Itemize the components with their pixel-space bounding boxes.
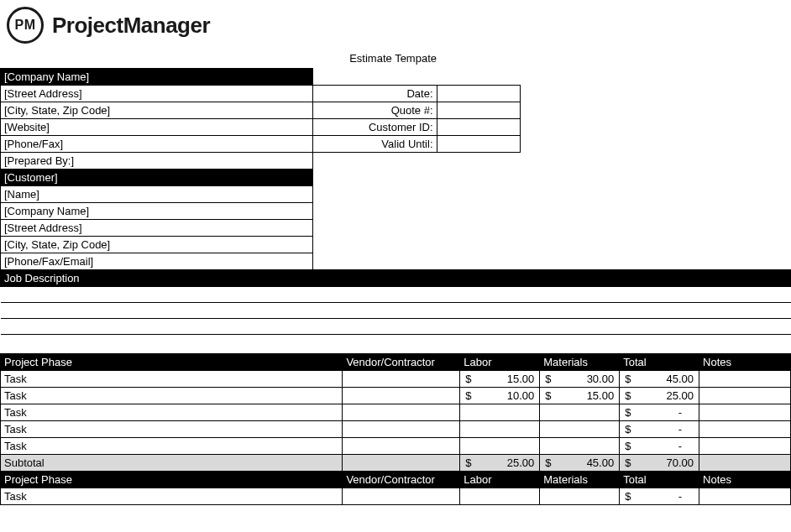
task-cell[interactable]: Task: [1, 404, 343, 420]
company-header-row: [Company Name]: [1, 69, 791, 86]
col-total: Total: [620, 471, 699, 488]
materials-cell[interactable]: [540, 437, 620, 454]
meta-validuntil-label: Valid Until:: [312, 136, 437, 153]
customer-csz-row: [City, State, Zip Code]: [1, 237, 791, 253]
jobdesc-cell[interactable]: [1, 319, 791, 335]
company-phone-cell[interactable]: [Phone/Fax]: [1, 136, 313, 153]
meta-quote-value[interactable]: [437, 102, 521, 119]
notes-cell[interactable]: [699, 420, 791, 437]
logo-abbr: PM: [15, 18, 36, 33]
subtotal-labor: $25.00: [460, 454, 540, 471]
customer-header-row: [Customer]: [1, 170, 791, 186]
col-materials: Materials: [540, 471, 620, 488]
labor-cell[interactable]: $15.00: [460, 370, 540, 387]
notes-cell[interactable]: [699, 437, 791, 454]
lineitem-table: Project Phase Vendor/Contractor Labor Ma…: [0, 353, 791, 505]
jobdesc-line-2: [1, 303, 791, 319]
meta-customerid-label: Customer ID:: [312, 119, 437, 136]
customer-header-cell: [Customer]: [1, 170, 313, 186]
estimate-table: [Company Name] [Street Address] Date: [C…: [0, 68, 791, 353]
company-header-cell: [Company Name]: [1, 69, 313, 86]
total-cell[interactable]: $-: [620, 420, 699, 437]
customer-street-cell[interactable]: [Street Address]: [1, 220, 313, 237]
labor-cell[interactable]: [460, 404, 540, 420]
meta-customerid-value[interactable]: [437, 119, 521, 136]
company-phone-row: [Phone/Fax] Valid Until:: [1, 136, 791, 153]
vendor-cell[interactable]: [343, 370, 460, 387]
subtotal-row: Subtotal $25.00 $45.00 $70.00: [1, 454, 791, 471]
notes-cell[interactable]: [699, 387, 791, 404]
customer-name-row: [Name]: [1, 186, 791, 203]
materials-cell[interactable]: $30.00: [540, 370, 620, 387]
jobdesc-cell[interactable]: [1, 287, 791, 303]
task-cell[interactable]: Task: [1, 420, 343, 437]
phase-header-row: Project Phase Vendor/Contractor Labor Ma…: [1, 353, 791, 370]
materials-cell[interactable]: [540, 488, 620, 504]
customer-company-row: [Company Name]: [1, 203, 791, 220]
customer-contact-cell[interactable]: [Phone/Fax/Email]: [1, 253, 313, 270]
table-row: Task $-: [1, 488, 791, 504]
total-cell[interactable]: $-: [620, 404, 699, 420]
customer-company-cell[interactable]: [Company Name]: [1, 203, 313, 220]
notes-cell[interactable]: [699, 404, 791, 420]
vendor-cell[interactable]: [343, 437, 460, 454]
vendor-cell[interactable]: [343, 420, 460, 437]
subtotal-notes: [699, 454, 791, 471]
task-cell[interactable]: Task: [1, 488, 343, 504]
jobdesc-line-3: [1, 319, 791, 335]
materials-cell[interactable]: [540, 420, 620, 437]
table-row: Task $-: [1, 437, 791, 454]
vendor-cell[interactable]: [343, 488, 460, 504]
company-preparedby-cell[interactable]: [Prepared By:]: [1, 153, 313, 170]
labor-cell[interactable]: [460, 420, 540, 437]
labor-cell[interactable]: [460, 488, 540, 504]
customer-name-cell[interactable]: [Name]: [1, 186, 313, 203]
total-cell[interactable]: $-: [620, 437, 699, 454]
doc-title: Estimate Tempate: [0, 47, 437, 68]
company-street-cell[interactable]: [Street Address]: [1, 86, 313, 102]
labor-cell[interactable]: $10.00: [460, 387, 540, 404]
total-cell[interactable]: $45.00: [620, 370, 699, 387]
materials-cell[interactable]: [540, 404, 620, 420]
jobdesc-header-row: Job Description: [1, 270, 791, 287]
col-labor: Labor: [460, 471, 540, 488]
notes-cell[interactable]: [699, 488, 791, 504]
brand-header: PM ProjectManager: [0, 0, 791, 47]
phase-header-row: Project Phase Vendor/Contractor Labor Ma…: [1, 471, 791, 488]
col-notes: Notes: [699, 353, 791, 370]
total-cell[interactable]: $25.00: [620, 387, 699, 404]
logo-icon: PM: [7, 7, 44, 44]
notes-cell[interactable]: [699, 370, 791, 387]
meta-validuntil-value[interactable]: [437, 136, 521, 153]
company-website-cell[interactable]: [Website]: [1, 119, 313, 136]
meta-date-label: Date:: [312, 86, 437, 102]
vendor-cell[interactable]: [343, 387, 460, 404]
col-total: Total: [620, 353, 699, 370]
company-preparedby-row: [Prepared By:]: [1, 153, 791, 170]
jobdesc-header-cell: Job Description: [1, 270, 791, 287]
jobdesc-line-1: [1, 287, 791, 303]
materials-cell[interactable]: $15.00: [540, 387, 620, 404]
col-phase: Project Phase: [1, 353, 343, 370]
table-row: Task $15.00 $30.00 $45.00: [1, 370, 791, 387]
subtotal-total: $70.00: [620, 454, 699, 471]
customer-csz-cell[interactable]: [City, State, Zip Code]: [1, 237, 313, 253]
company-csz-row: [City, State, Zip Code] Quote #:: [1, 102, 791, 119]
jobdesc-cell[interactable]: [1, 303, 791, 319]
col-notes: Notes: [699, 471, 791, 488]
labor-cell[interactable]: [460, 437, 540, 454]
company-csz-cell[interactable]: [City, State, Zip Code]: [1, 102, 313, 119]
vendor-cell[interactable]: [343, 404, 460, 420]
subtotal-materials: $45.00: [540, 454, 620, 471]
total-cell[interactable]: $-: [620, 488, 699, 504]
company-website-row: [Website] Customer ID:: [1, 119, 791, 136]
task-cell[interactable]: Task: [1, 437, 343, 454]
meta-quote-label: Quote #:: [312, 102, 437, 119]
task-cell[interactable]: Task: [1, 387, 343, 404]
customer-contact-row: [Phone/Fax/Email]: [1, 253, 791, 270]
table-row: Task $-: [1, 420, 791, 437]
task-cell[interactable]: Task: [1, 370, 343, 387]
subtotal-label: Subtotal: [1, 454, 343, 471]
meta-date-value[interactable]: [437, 86, 521, 102]
col-materials: Materials: [540, 353, 620, 370]
